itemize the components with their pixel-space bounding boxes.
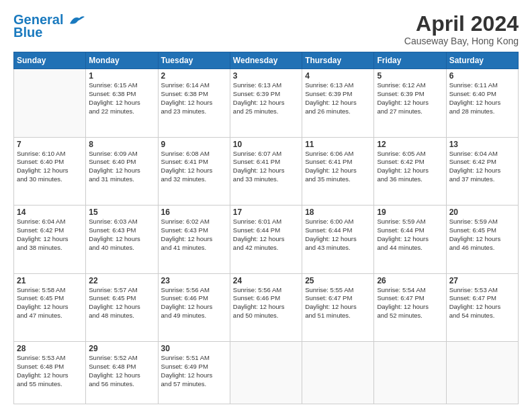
calendar-cell: 8Sunrise: 6:09 AMSunset: 6:40 PMDaylight… xyxy=(86,137,158,205)
day-number: 7 xyxy=(17,140,83,149)
day-info: Sunrise: 5:51 AMSunset: 6:49 PMDaylight:… xyxy=(161,354,227,388)
calendar-cell: 17Sunrise: 6:01 AMSunset: 6:44 PMDayligh… xyxy=(230,205,302,273)
col-tuesday: Tuesday xyxy=(158,52,230,69)
calendar-cell: 21Sunrise: 5:58 AMSunset: 6:45 PMDayligh… xyxy=(14,273,86,341)
col-friday: Friday xyxy=(374,52,446,69)
calendar-cell: 23Sunrise: 5:56 AMSunset: 6:46 PMDayligh… xyxy=(158,273,230,341)
calendar-cell: 30Sunrise: 5:51 AMSunset: 6:49 PMDayligh… xyxy=(158,342,230,404)
calendar-cell: 18Sunrise: 6:00 AMSunset: 6:44 PMDayligh… xyxy=(302,205,374,273)
day-info: Sunrise: 5:54 AMSunset: 6:47 PMDaylight:… xyxy=(377,286,443,320)
calendar-header-row: Sunday Monday Tuesday Wednesday Thursday… xyxy=(14,52,519,69)
day-info: Sunrise: 5:55 AMSunset: 6:47 PMDaylight:… xyxy=(305,286,371,320)
calendar-table: Sunday Monday Tuesday Wednesday Thursday… xyxy=(13,52,519,404)
day-info: Sunrise: 6:13 AMSunset: 6:39 PMDaylight:… xyxy=(233,81,299,116)
title-area: April 2024 Causeway Bay, Hong Kong xyxy=(404,12,519,46)
calendar-cell: 12Sunrise: 6:05 AMSunset: 6:42 PMDayligh… xyxy=(374,137,446,205)
day-number: 26 xyxy=(377,276,443,285)
day-number: 28 xyxy=(17,344,83,353)
day-number: 22 xyxy=(89,276,154,285)
calendar-cell: 3Sunrise: 6:13 AMSunset: 6:39 PMDaylight… xyxy=(230,69,302,137)
day-info: Sunrise: 6:12 AMSunset: 6:39 PMDaylight:… xyxy=(377,81,443,116)
day-number: 12 xyxy=(377,140,443,149)
calendar-cell: 14Sunrise: 6:04 AMSunset: 6:42 PMDayligh… xyxy=(14,205,86,273)
calendar-cell: 15Sunrise: 6:03 AMSunset: 6:43 PMDayligh… xyxy=(86,205,158,273)
day-info: Sunrise: 6:04 AMSunset: 6:42 PMDaylight:… xyxy=(449,150,515,184)
col-saturday: Saturday xyxy=(446,52,518,69)
location: Causeway Bay, Hong Kong xyxy=(404,36,519,46)
calendar-cell: 1Sunrise: 6:15 AMSunset: 6:38 PMDaylight… xyxy=(86,69,158,137)
calendar-cell: 26Sunrise: 5:54 AMSunset: 6:47 PMDayligh… xyxy=(374,273,446,341)
day-info: Sunrise: 6:13 AMSunset: 6:39 PMDaylight:… xyxy=(305,81,371,116)
day-info: Sunrise: 6:09 AMSunset: 6:40 PMDaylight:… xyxy=(89,150,154,184)
day-info: Sunrise: 5:53 AMSunset: 6:48 PMDaylight:… xyxy=(17,354,83,388)
day-info: Sunrise: 6:06 AMSunset: 6:41 PMDaylight:… xyxy=(305,150,371,184)
logo-bird-icon xyxy=(69,14,86,28)
day-number: 16 xyxy=(161,208,227,217)
day-number: 18 xyxy=(305,208,371,217)
col-wednesday: Wednesday xyxy=(230,52,302,69)
month-title: April 2024 xyxy=(404,12,519,36)
day-info: Sunrise: 5:59 AMSunset: 6:44 PMDaylight:… xyxy=(377,218,443,252)
day-info: Sunrise: 5:58 AMSunset: 6:45 PMDaylight:… xyxy=(17,286,83,320)
day-info: Sunrise: 6:01 AMSunset: 6:44 PMDaylight:… xyxy=(233,218,299,252)
day-number: 4 xyxy=(305,71,371,81)
day-info: Sunrise: 6:03 AMSunset: 6:43 PMDaylight:… xyxy=(89,218,154,252)
calendar-cell: 16Sunrise: 6:02 AMSunset: 6:43 PMDayligh… xyxy=(158,205,230,273)
day-number: 29 xyxy=(89,344,154,353)
day-info: Sunrise: 5:57 AMSunset: 6:45 PMDaylight:… xyxy=(89,286,154,320)
calendar-cell: 25Sunrise: 5:55 AMSunset: 6:47 PMDayligh… xyxy=(302,273,374,341)
day-number: 8 xyxy=(89,140,154,149)
day-number: 25 xyxy=(305,276,371,285)
day-number: 10 xyxy=(233,140,299,149)
day-number: 24 xyxy=(233,276,299,285)
calendar-cell xyxy=(374,342,446,404)
col-monday: Monday xyxy=(86,52,158,69)
calendar-cell xyxy=(446,342,518,404)
day-info: Sunrise: 6:11 AMSunset: 6:40 PMDaylight:… xyxy=(449,81,515,116)
calendar-cell: 28Sunrise: 5:53 AMSunset: 6:48 PMDayligh… xyxy=(14,342,86,404)
day-number: 15 xyxy=(89,208,154,217)
day-number: 20 xyxy=(449,208,515,217)
calendar-cell: 5Sunrise: 6:12 AMSunset: 6:39 PMDaylight… xyxy=(374,69,446,137)
day-info: Sunrise: 6:08 AMSunset: 6:41 PMDaylight:… xyxy=(161,150,227,184)
day-info: Sunrise: 6:10 AMSunset: 6:40 PMDaylight:… xyxy=(17,150,83,184)
calendar-cell: 29Sunrise: 5:52 AMSunset: 6:48 PMDayligh… xyxy=(86,342,158,404)
day-info: Sunrise: 6:07 AMSunset: 6:41 PMDaylight:… xyxy=(233,150,299,184)
day-number: 19 xyxy=(377,208,443,217)
calendar-cell xyxy=(302,342,374,404)
calendar-cell: 10Sunrise: 6:07 AMSunset: 6:41 PMDayligh… xyxy=(230,137,302,205)
calendar-cell: 2Sunrise: 6:14 AMSunset: 6:38 PMDaylight… xyxy=(158,69,230,137)
calendar-cell xyxy=(14,69,86,137)
day-number: 1 xyxy=(89,71,154,81)
day-number: 23 xyxy=(161,276,227,285)
calendar-cell: 22Sunrise: 5:57 AMSunset: 6:45 PMDayligh… xyxy=(86,273,158,341)
calendar-cell: 13Sunrise: 6:04 AMSunset: 6:42 PMDayligh… xyxy=(446,137,518,205)
day-info: Sunrise: 6:00 AMSunset: 6:44 PMDaylight:… xyxy=(305,218,371,252)
day-number: 2 xyxy=(161,71,227,81)
calendar-cell: 27Sunrise: 5:53 AMSunset: 6:47 PMDayligh… xyxy=(446,273,518,341)
day-number: 6 xyxy=(449,71,515,81)
calendar-cell: 11Sunrise: 6:06 AMSunset: 6:41 PMDayligh… xyxy=(302,137,374,205)
day-info: Sunrise: 6:04 AMSunset: 6:42 PMDaylight:… xyxy=(17,218,83,252)
calendar-cell: 4Sunrise: 6:13 AMSunset: 6:39 PMDaylight… xyxy=(302,69,374,137)
logo: General Blue xyxy=(13,12,86,40)
day-info: Sunrise: 6:14 AMSunset: 6:38 PMDaylight:… xyxy=(161,81,227,116)
day-info: Sunrise: 5:59 AMSunset: 6:45 PMDaylight:… xyxy=(449,218,515,252)
day-number: 11 xyxy=(305,140,371,149)
day-info: Sunrise: 5:56 AMSunset: 6:46 PMDaylight:… xyxy=(161,286,227,320)
day-info: Sunrise: 6:15 AMSunset: 6:38 PMDaylight:… xyxy=(89,81,154,116)
col-sunday: Sunday xyxy=(14,52,86,69)
day-info: Sunrise: 5:56 AMSunset: 6:46 PMDaylight:… xyxy=(233,286,299,320)
logo-blue-text: Blue xyxy=(13,25,42,40)
day-number: 21 xyxy=(17,276,83,285)
day-number: 5 xyxy=(377,71,443,81)
calendar-cell: 7Sunrise: 6:10 AMSunset: 6:40 PMDaylight… xyxy=(14,137,86,205)
day-number: 13 xyxy=(449,140,515,149)
day-info: Sunrise: 6:05 AMSunset: 6:42 PMDaylight:… xyxy=(377,150,443,184)
day-number: 3 xyxy=(233,71,299,81)
day-number: 9 xyxy=(161,140,227,149)
calendar-cell: 19Sunrise: 5:59 AMSunset: 6:44 PMDayligh… xyxy=(374,205,446,273)
calendar-cell: 6Sunrise: 6:11 AMSunset: 6:40 PMDaylight… xyxy=(446,69,518,137)
col-thursday: Thursday xyxy=(302,52,374,69)
day-info: Sunrise: 5:53 AMSunset: 6:47 PMDaylight:… xyxy=(449,286,515,320)
